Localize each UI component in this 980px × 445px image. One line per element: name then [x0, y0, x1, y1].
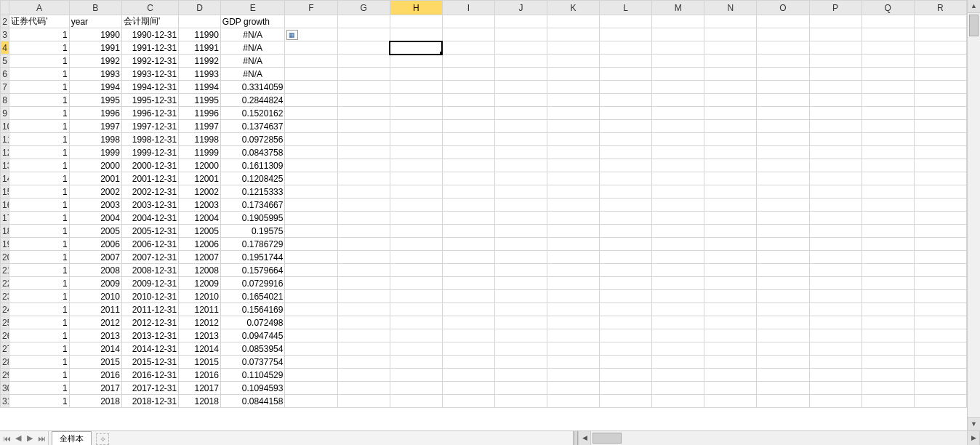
cell-C30[interactable]: 2017-12-31	[121, 382, 178, 395]
cell-C5[interactable]: 1992-12-31	[121, 55, 178, 68]
cell-D15[interactable]: 12002	[179, 185, 221, 199]
cell-O11[interactable]	[757, 133, 809, 146]
cell-K16[interactable]	[547, 199, 600, 212]
cell-G15[interactable]	[337, 185, 390, 199]
cell-E5[interactable]: #N/A	[220, 55, 285, 68]
cell-M2[interactable]	[652, 15, 704, 28]
cell-D7[interactable]: 11994	[179, 81, 221, 94]
cell-E19[interactable]: 0.1786729	[220, 238, 285, 251]
cell-Q9[interactable]	[861, 107, 914, 120]
cell-P29[interactable]	[809, 369, 861, 382]
cell-C21[interactable]: 2008-12-31	[121, 264, 178, 277]
cell-P12[interactable]	[809, 146, 861, 159]
cell-N7[interactable]	[704, 81, 757, 94]
cell-P4[interactable]	[809, 41, 861, 55]
cell-R9[interactable]	[914, 107, 966, 120]
cell-I11[interactable]	[442, 133, 494, 146]
cell-E12[interactable]: 0.0843758	[220, 146, 285, 159]
cell-G9[interactable]	[337, 107, 390, 120]
cell-A7[interactable]: 1	[9, 81, 69, 94]
cell-B7[interactable]: 1994	[69, 81, 121, 94]
cell-I12[interactable]	[442, 146, 494, 159]
cell-O19[interactable]	[757, 238, 809, 251]
cell-N17[interactable]	[704, 212, 757, 225]
cell-N29[interactable]	[704, 369, 757, 382]
cell-L15[interactable]	[600, 185, 652, 199]
cell-P10[interactable]	[809, 120, 861, 133]
row-header-19[interactable]: 19	[1, 238, 9, 251]
cell-O5[interactable]	[757, 55, 809, 68]
cell-I3[interactable]	[442, 28, 494, 41]
cell-N23[interactable]	[704, 290, 757, 303]
cell-H3[interactable]	[390, 28, 442, 41]
cell-D16[interactable]: 12003	[179, 199, 221, 212]
cell-I15[interactable]	[442, 185, 494, 199]
cell-I16[interactable]	[442, 199, 494, 212]
cell-R24[interactable]	[914, 303, 966, 316]
cell-P16[interactable]	[809, 199, 861, 212]
cell-P30[interactable]	[809, 382, 861, 395]
select-all-corner[interactable]	[1, 1, 9, 15]
cell-G7[interactable]	[337, 81, 390, 94]
cell-L28[interactable]	[600, 356, 652, 369]
cell-P25[interactable]	[809, 316, 861, 329]
cell-M14[interactable]	[652, 172, 704, 185]
cell-C22[interactable]: 2009-12-31	[121, 277, 178, 290]
cell-R7[interactable]	[914, 81, 966, 94]
cell-A18[interactable]: 1	[9, 225, 69, 238]
cell-A23[interactable]: 1	[9, 290, 69, 303]
cell-D19[interactable]: 12006	[179, 238, 221, 251]
cell-H13[interactable]	[390, 159, 442, 172]
cell-G19[interactable]	[337, 238, 390, 251]
cell-A9[interactable]: 1	[9, 107, 69, 120]
tab-prev-button[interactable]: ◀	[13, 433, 23, 443]
cell-H9[interactable]	[390, 107, 442, 120]
cell-K9[interactable]	[547, 107, 600, 120]
cell-F26[interactable]	[285, 329, 337, 342]
cell-E13[interactable]: 0.1611309	[220, 159, 285, 172]
cell-Q21[interactable]	[861, 264, 914, 277]
cell-A6[interactable]: 1	[9, 68, 69, 81]
cell-O31[interactable]	[757, 395, 809, 408]
cell-N26[interactable]	[704, 329, 757, 342]
cell-Q28[interactable]	[861, 356, 914, 369]
cell-M25[interactable]	[652, 316, 704, 329]
cell-F15[interactable]	[285, 185, 337, 199]
row-header-12[interactable]: 12	[1, 146, 9, 159]
cell-N30[interactable]	[704, 382, 757, 395]
cell-A21[interactable]: 1	[9, 264, 69, 277]
cell-I7[interactable]	[442, 81, 494, 94]
cell-C8[interactable]: 1995-12-31	[121, 94, 178, 107]
cell-P17[interactable]	[809, 212, 861, 225]
cell-B17[interactable]: 2004	[69, 212, 121, 225]
horizontal-scrollbar[interactable]: ◀ ▶	[573, 431, 980, 445]
cell-B9[interactable]: 1996	[69, 107, 121, 120]
cell-E6[interactable]: #N/A	[220, 68, 285, 81]
cell-F14[interactable]	[285, 172, 337, 185]
cell-F23[interactable]	[285, 290, 337, 303]
cell-I25[interactable]	[442, 316, 494, 329]
cell-O14[interactable]	[757, 172, 809, 185]
cell-G12[interactable]	[337, 146, 390, 159]
cell-K25[interactable]	[547, 316, 600, 329]
cell-N27[interactable]	[704, 342, 757, 356]
cell-E7[interactable]: 0.3314059	[220, 81, 285, 94]
cell-F28[interactable]	[285, 356, 337, 369]
cell-K17[interactable]	[547, 212, 600, 225]
cell-A17[interactable]: 1	[9, 212, 69, 225]
cell-B24[interactable]: 2011	[69, 303, 121, 316]
cell-D8[interactable]: 11995	[179, 94, 221, 107]
hscroll-thumb[interactable]	[593, 433, 622, 444]
cell-Q24[interactable]	[861, 303, 914, 316]
scroll-right-button[interactable]: ▶	[967, 431, 980, 445]
column-header-P[interactable]: P	[809, 1, 861, 15]
cell-J29[interactable]	[494, 369, 547, 382]
cell-H27[interactable]	[390, 342, 442, 356]
cell-N15[interactable]	[704, 185, 757, 199]
cell-N14[interactable]	[704, 172, 757, 185]
cell-R21[interactable]	[914, 264, 966, 277]
cell-G8[interactable]	[337, 94, 390, 107]
cell-M23[interactable]	[652, 290, 704, 303]
cell-G29[interactable]	[337, 369, 390, 382]
cell-O30[interactable]	[757, 382, 809, 395]
